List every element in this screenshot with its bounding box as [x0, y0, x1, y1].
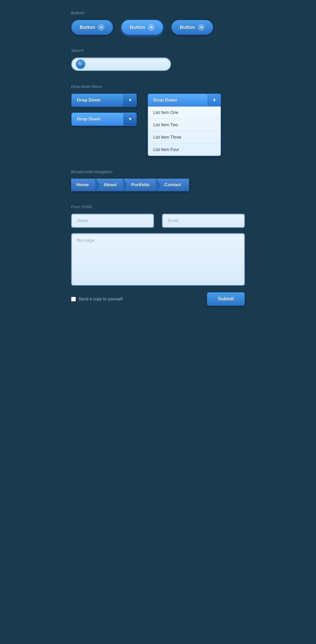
- buttons-section: Buttons Button ➜ Button ➜ Button ➜: [71, 11, 245, 35]
- form-section: Form Fields Send a copy to yourself Subm…: [71, 204, 245, 306]
- dropdown-list: List Item One List Item Two List Item Th…: [147, 107, 221, 156]
- dropdown-button-2[interactable]: Drop Down ▼: [71, 112, 137, 126]
- search-bar: 🔍: [71, 57, 171, 71]
- list-item[interactable]: List Item Four: [148, 144, 221, 156]
- copy-checkbox-text: Send a copy to yourself: [78, 297, 122, 301]
- search-icon: 🔍: [76, 59, 85, 69]
- dropdown-2-label: Drop Down: [72, 113, 124, 125]
- copy-checkbox[interactable]: [71, 297, 76, 301]
- copy-checkbox-label[interactable]: Send a copy to yourself: [71, 297, 122, 301]
- button-1-label: Button: [80, 25, 95, 30]
- breadcrumb-item-portfolio: Portfolio: [123, 179, 156, 191]
- dropdowns-row: Drop Down ▼ Drop Down ▼ Drop Down ▼ List…: [71, 93, 245, 156]
- breadcrumb-link-portfolio[interactable]: Portfolio: [123, 179, 156, 191]
- breadcrumb-item-home: Home: [71, 179, 95, 191]
- list-item[interactable]: List Item One: [148, 107, 221, 119]
- search-section: Search 🔍: [71, 48, 245, 71]
- button-2-arrow-icon: ➜: [148, 24, 155, 31]
- dropdown-button-1[interactable]: Drop Down ▼: [71, 93, 137, 107]
- dropdown-section-label: Drop Down Menu: [71, 84, 245, 89]
- buttons-section-label: Buttons: [71, 11, 245, 15]
- dropdown-2-chevron-icon: ▼: [124, 113, 136, 125]
- dropdown-3-label: Drop Down: [148, 94, 208, 107]
- button-3-arrow-icon: ➜: [198, 24, 205, 31]
- name-field[interactable]: [71, 214, 154, 228]
- search-section-label: Search: [71, 48, 245, 53]
- email-field[interactable]: [162, 214, 245, 228]
- breadcrumb-section: Breadcrumb Navigation Home About Portfol…: [71, 169, 245, 191]
- dropdown-right-column: Drop Down ▼ List Item One List Item Two …: [147, 93, 221, 156]
- form-footer: Send a copy to yourself Submit: [71, 292, 245, 306]
- dropdown-3-chevron-icon: ▼: [208, 94, 221, 106]
- breadcrumb-link-home[interactable]: Home: [71, 179, 95, 191]
- message-field[interactable]: [71, 233, 245, 286]
- button-1-arrow-icon: ➜: [98, 24, 105, 31]
- list-item[interactable]: List Item Two: [148, 119, 221, 131]
- breadcrumb-nav: Home About Portfolio Contact: [71, 179, 189, 191]
- search-input[interactable]: [87, 60, 166, 68]
- button-3-label: Button: [180, 25, 195, 30]
- dropdown-button-3[interactable]: Drop Down ▼: [147, 93, 221, 107]
- button-1[interactable]: Button ➜: [71, 20, 113, 35]
- breadcrumb-link-contact[interactable]: Contact: [156, 179, 189, 191]
- dropdown-1-label: Drop Down: [72, 94, 124, 107]
- breadcrumb-item-contact: Contact: [156, 179, 189, 191]
- form-section-label: Form Fields: [71, 204, 245, 209]
- dropdown-section: Drop Down Menu Drop Down ▼ Drop Down ▼ D…: [71, 84, 245, 156]
- form-row-top: [71, 214, 245, 228]
- dropdown-1-chevron-icon: ▼: [124, 94, 136, 106]
- dropdown-left-column: Drop Down ▼ Drop Down ▼: [71, 93, 137, 126]
- button-3[interactable]: Button ➜: [171, 20, 213, 35]
- list-item[interactable]: List Item Three: [148, 131, 221, 144]
- button-2-label: Button: [130, 25, 145, 30]
- breadcrumb-section-label: Breadcrumb Navigation: [71, 169, 245, 174]
- button-2[interactable]: Button ➜: [121, 20, 163, 35]
- submit-button[interactable]: Submit: [207, 292, 245, 306]
- buttons-row: Button ➜ Button ➜ Button ➜: [71, 20, 245, 35]
